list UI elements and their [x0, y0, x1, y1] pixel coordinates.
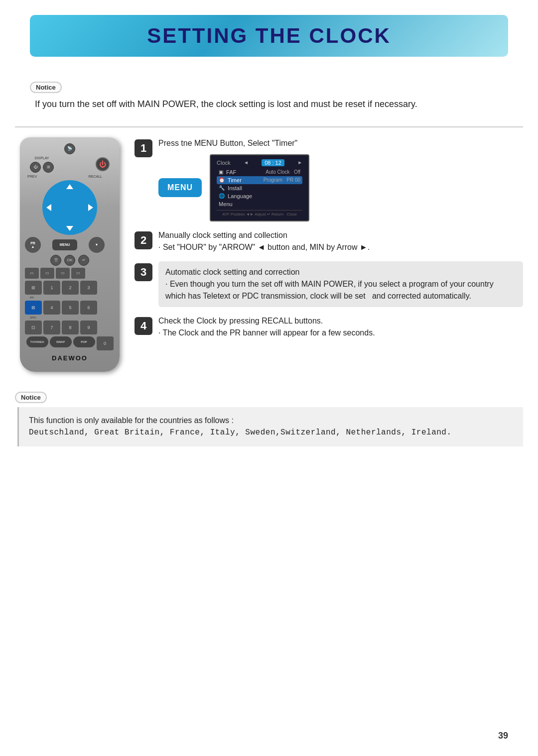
remote-list-btn-2[interactable]: ▭	[40, 268, 54, 279]
remote-power-button[interactable]: ⏻	[96, 157, 110, 171]
display-label: DISPLAY	[34, 156, 49, 160]
remote-2pic-btn[interactable]: ⊡	[25, 321, 42, 334]
remote-list-btn-4[interactable]: ▭	[71, 268, 85, 279]
dpad[interactable]	[42, 180, 97, 235]
remote-screen-btn[interactable]: ⊞	[43, 162, 54, 173]
dpad-right-arrow	[88, 204, 93, 211]
step-1-tv-row: MENU Clock ◄ 08 : 12 ► ▣ FAF Auto Clock …	[158, 154, 523, 221]
step-1-text: Press tne MENU Button, Select "Timer"	[158, 137, 523, 149]
top-notice-block: Notice If you turn the set off with MAIN…	[30, 82, 508, 111]
daewoo-brand-label: DAEWOO	[25, 354, 115, 362]
install-icon: 🔧	[219, 185, 225, 191]
tv-video-button[interactable]: TV/VIDEO	[26, 336, 48, 347]
step-3: 3 Automatic clock setting and correction…	[134, 261, 523, 307]
step-2-number: 2	[134, 231, 152, 249]
swap-button[interactable]: SWAP	[50, 336, 72, 347]
dpad-left-arrow	[46, 204, 51, 211]
bottom-notice-countries: Deutschland, Great Britain, France, Ital…	[29, 427, 513, 439]
remote-num-1-btn[interactable]: 1	[43, 281, 60, 295]
language-label: Language	[228, 193, 252, 199]
menu-footer-label: Menu	[219, 201, 233, 207]
remote-nav-labels: PREV RECALL	[25, 175, 105, 178]
remote-num-4-btn[interactable]: 4	[43, 301, 60, 315]
prev-label: PREV	[27, 175, 37, 178]
remote-extra-btn[interactable]: ↵	[78, 255, 89, 266]
remote-teletext-btn[interactable]: ⊞	[25, 281, 42, 295]
tv-screen-footer: ATF Position ◄► Adjust ↵ Return Close	[217, 210, 302, 216]
menu-button[interactable]: MENU	[52, 239, 77, 250]
dpad-down-arrow	[66, 226, 73, 231]
main-content: 📡 DISPLAY ⏻ ⊞ ⏻ PREV RECALL	[0, 137, 538, 387]
right-arrow-icon: ►	[297, 160, 302, 165]
footer-text: ATF Position ◄► Adjust ↵ Return Close	[222, 212, 297, 216]
recall-label: RECALL	[89, 175, 102, 178]
pop-button[interactable]: POP	[73, 336, 95, 347]
faf-label: FAF	[226, 169, 236, 175]
remote-top-row: 📡	[25, 143, 115, 154]
menu-pill: MENU	[158, 178, 202, 197]
remote-num-7-btn[interactable]: 7	[43, 321, 60, 334]
bottom-notice-text: This function is only available for the …	[29, 414, 513, 427]
page-number: 39	[498, 731, 508, 741]
pr-label: PR	[30, 241, 35, 245]
step-4-content: Check the Clock by pressing RECALL butto…	[158, 315, 523, 339]
step-2-content: Manually clock setting and collection· S…	[158, 229, 523, 253]
title-bar: SETTING THE CLOCK	[30, 15, 508, 57]
install-label: Install	[228, 185, 242, 191]
tv-menu-faf: ▣ FAF Auto Clock Off	[217, 168, 302, 176]
timer-program: Program PR 00	[264, 177, 300, 183]
step-3-content: Automatic clock setting and correction· …	[158, 261, 523, 307]
remote-num-9-btn[interactable]: 9	[80, 321, 97, 334]
timer-icon: ⏰	[219, 177, 225, 183]
top-notice-badge: Notice	[30, 82, 62, 93]
tv-menu-install: 🔧 Install	[217, 184, 302, 192]
pr-up-arrow: ▲	[31, 245, 35, 248]
remote-list-btn[interactable]: ☰	[50, 255, 61, 266]
bottom-notice-badge: Notice	[15, 392, 47, 403]
tv-menu-timer: ⏰ Timer Program PR 00	[217, 176, 302, 184]
language-icon: 🌐	[219, 193, 225, 199]
step-4-number: 4	[134, 317, 152, 335]
remote-list-btn-1[interactable]: ▭	[25, 268, 39, 279]
step-1-content: Press tne MENU Button, Select "Timer" ME…	[158, 137, 523, 221]
step-4-text: Check the Clock by pressing RECALL butto…	[158, 315, 523, 339]
step-1: 1 Press tne MENU Button, Select "Timer" …	[134, 137, 523, 221]
bottom-notice-block: Notice This function is only available f…	[15, 392, 523, 446]
step-2-text: Manually clock setting and collection· S…	[158, 229, 523, 253]
steps-section: 1 Press tne MENU Button, Select "Timer" …	[134, 137, 523, 372]
timer-label: Timer	[228, 177, 242, 183]
left-arrow-icon: ◄	[244, 160, 249, 165]
pr-up-button[interactable]: PR ▲	[25, 237, 41, 253]
list-btn-row: ▭ ▭ ▭ ▭	[25, 268, 115, 279]
pr-menu-row: PR ▲ MENU ▼	[25, 237, 105, 253]
remote-control: 📡 DISPLAY ⏻ ⊞ ⏻ PREV RECALL	[20, 137, 120, 372]
remote-ok-btn[interactable]: OK	[64, 255, 75, 266]
step-3-gray-box: Automatic clock setting and correction· …	[158, 261, 523, 307]
remote-num-8-btn[interactable]: 8	[62, 321, 79, 334]
step-2: 2 Manually clock setting and collection·…	[134, 229, 523, 253]
top-notice-text: If you turn the set off with MAIN POWER,…	[35, 97, 508, 111]
remote-display-btn[interactable]: ⏻	[30, 162, 41, 173]
tv-menu-footer-menu: Menu	[217, 200, 302, 208]
remote-num-3-btn[interactable]: 3	[80, 281, 97, 295]
clock-label: Clock	[217, 160, 231, 166]
dpad-area	[25, 180, 115, 235]
icon-btn-row-2: ⊠ 4 5 6	[25, 301, 115, 315]
tv-screen: Clock ◄ 08 : 12 ► ▣ FAF Auto Clock Off ⏰	[210, 154, 309, 221]
dpad-center[interactable]	[59, 197, 81, 218]
bottom-notice-box: This function is only available for the …	[17, 407, 523, 446]
remote-num-5-btn[interactable]: 5	[62, 301, 79, 315]
icon-btn-row-1: ⊞ 1 2 3	[25, 281, 115, 295]
step-4: 4 Check the Clock by pressing RECALL but…	[134, 315, 523, 339]
clock-value: 08 : 12	[262, 159, 284, 166]
step-1-number: 1	[134, 139, 152, 157]
remote-pp-btn[interactable]: ⊠	[25, 301, 42, 315]
remote-num-0-btn[interactable]: 0	[97, 336, 114, 350]
remote-list-btn-3[interactable]: ▭	[56, 268, 70, 279]
tv-screen-header: Clock ◄ 08 : 12 ►	[217, 159, 302, 166]
tv-menu-language: 🌐 Language	[217, 192, 302, 200]
remote-num-6-btn[interactable]: 6	[80, 301, 97, 315]
pr-down-button[interactable]: ▼	[89, 237, 105, 253]
remote-num-2-btn[interactable]: 2	[62, 281, 79, 295]
dpad-up-arrow	[66, 184, 73, 189]
